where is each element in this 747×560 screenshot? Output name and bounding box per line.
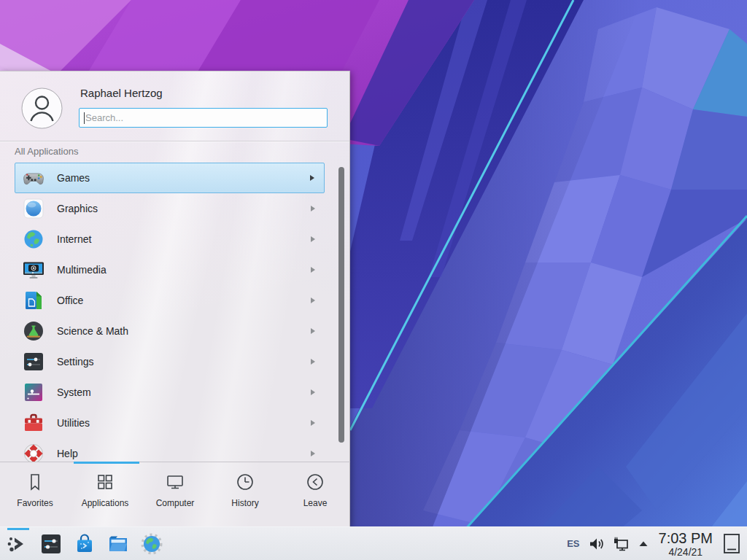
category-row-settings[interactable]: Settings [15,346,325,377]
system-settings-icon[interactable] [39,532,63,556]
submenu-arrow-icon [310,175,314,181]
submenu-arrow-icon [311,359,315,365]
active-tab-indicator [74,462,139,464]
section-label: All Applications [15,146,78,157]
tab-label: History [231,498,258,508]
header-separator [0,141,349,141]
category-label: Multimedia [57,264,107,276]
category-row-utilities[interactable]: Utilities [15,408,325,438]
user-name: Raphael Hertzog [80,87,163,99]
leave-icon [305,472,325,492]
category-label: Graphics [57,203,98,214]
app-grid-icon [95,472,115,492]
utilities-toolbox-icon [22,411,45,435]
tab-favorites[interactable]: Favorites [0,462,70,527]
text-cursor [84,112,85,124]
user-avatar[interactable] [21,88,63,129]
tab-label: Computer [156,498,195,508]
category-row-games[interactable]: Games [15,163,325,193]
globe-icon [22,228,45,251]
discover-icon[interactable] [73,532,96,556]
application-launcher-popup: Raphael Hertzog Search... All Applicatio… [0,71,350,526]
category-label: Science & Math [57,325,128,337]
volume-icon[interactable] [587,534,606,553]
submenu-arrow-icon [311,451,315,456]
category-row-science-math[interactable]: Science & Math [15,316,325,346]
system-tray: ES 7:03 PM 4/24/21 [567,527,747,560]
submenu-arrow-icon [311,420,315,426]
submenu-arrow-icon [311,298,315,303]
dolphin-folder-icon[interactable] [107,532,130,556]
clock-date: 4/24/21 [668,547,703,557]
submenu-arrow-icon [311,206,315,211]
submenu-arrow-icon [311,267,315,273]
list-scrollbar[interactable] [338,167,344,443]
kde-launcher-icon[interactable] [6,532,29,556]
taskbar-panel: ES 7:03 PM 4/24/21 [0,526,747,560]
graphics-orb-icon [22,197,45,220]
category-row-graphics[interactable]: Graphics [15,193,325,224]
gamepad-icon [22,166,45,190]
category-label: Help [57,448,78,459]
category-label: Utilities [57,417,90,429]
category-list: Games Graphics [0,163,350,462]
category-row-internet[interactable]: Internet [15,224,325,254]
category-label: Internet [57,233,91,245]
tab-label: Favorites [17,498,53,508]
category-row-multimedia[interactable]: Multimedia [15,254,325,285]
bookmark-icon [25,472,45,492]
category-row-office[interactable]: Office [15,285,325,316]
browser-globe-icon[interactable] [140,532,163,556]
science-flask-icon [22,319,45,343]
network-icon[interactable] [612,534,631,553]
tab-label: Leave [303,498,328,508]
help-lifering-icon [22,442,45,462]
system-sliders-icon [22,381,45,404]
clock-time: 7:03 PM [659,531,713,545]
settings-sliders-icon [22,350,45,373]
category-label: Office [57,295,83,306]
tab-computer[interactable]: Computer [140,462,210,527]
expand-tray-icon[interactable] [637,537,650,551]
keyboard-layout-indicator[interactable]: ES [567,538,579,549]
show-desktop-button[interactable] [721,532,742,556]
category-label: Games [57,172,90,184]
tab-applications[interactable]: Applications [70,462,140,527]
tab-label: Applications [82,498,129,508]
clock-icon [235,472,255,492]
submenu-arrow-icon [311,328,315,334]
submenu-arrow-icon [311,389,315,395]
monitor-icon [165,472,185,492]
desktop: Raphael Hertzog Search... All Applicatio… [0,0,747,560]
category-label: System [57,386,91,398]
panel-launchers [6,532,163,556]
launcher-tab-bar: Favorites Applications [0,462,350,527]
tab-leave[interactable]: Leave [280,462,350,527]
office-document-icon [22,289,45,312]
tab-history[interactable]: History [210,462,280,527]
category-label: Settings [57,356,94,368]
launcher-active-indicator [7,528,29,530]
multimedia-monitor-icon [22,258,45,281]
submenu-arrow-icon [311,236,315,242]
category-row-system[interactable]: System [15,377,325,408]
category-row-help[interactable]: Help [15,438,325,462]
search-input[interactable]: Search... [79,108,328,128]
digital-clock[interactable]: 7:03 PM 4/24/21 [659,531,713,557]
search-placeholder: Search... [85,112,123,123]
